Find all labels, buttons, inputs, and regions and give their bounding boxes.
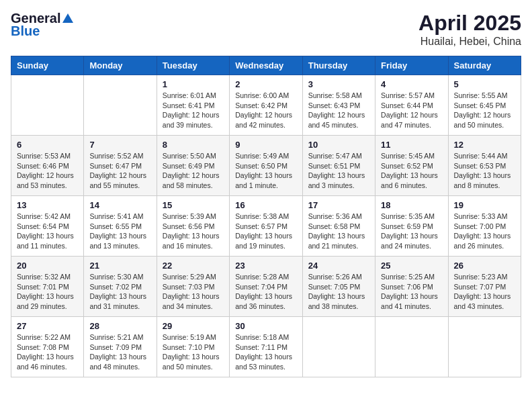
calendar-cell: 21Sunrise: 5:30 AMSunset: 7:02 PMDayligh… xyxy=(84,257,157,317)
day-number: 13 xyxy=(17,200,78,210)
day-info: Sunrise: 5:33 AMSunset: 7:00 PMDaylight:… xyxy=(454,212,515,251)
day-number: 28 xyxy=(89,321,150,331)
calendar-cell: 7Sunrise: 5:52 AMSunset: 6:47 PMDaylight… xyxy=(84,136,157,196)
weekday-header-wednesday: Wednesday xyxy=(230,56,302,75)
calendar-cell: 28Sunrise: 5:21 AMSunset: 7:09 PMDayligh… xyxy=(84,317,157,377)
day-number: 4 xyxy=(381,79,442,89)
day-info: Sunrise: 6:00 AMSunset: 6:42 PMDaylight:… xyxy=(235,91,296,130)
day-info: Sunrise: 5:22 AMSunset: 7:08 PMDaylight:… xyxy=(17,332,78,372)
day-number: 17 xyxy=(308,200,369,210)
day-number: 2 xyxy=(235,79,296,89)
calendar-cell: 25Sunrise: 5:25 AMSunset: 7:06 PMDayligh… xyxy=(375,257,448,317)
calendar-cell: 15Sunrise: 5:39 AMSunset: 6:56 PMDayligh… xyxy=(157,196,229,257)
calendar-cell: 6Sunrise: 5:53 AMSunset: 6:46 PMDaylight… xyxy=(11,136,84,196)
calendar-cell: 1Sunrise: 6:01 AMSunset: 6:41 PMDaylight… xyxy=(157,75,229,136)
calendar-cell: 27Sunrise: 5:22 AMSunset: 7:08 PMDayligh… xyxy=(11,317,84,377)
calendar-cell: 10Sunrise: 5:47 AMSunset: 6:51 PMDayligh… xyxy=(302,136,375,196)
day-number: 6 xyxy=(17,140,78,150)
calendar-cell xyxy=(448,317,521,377)
calendar-week-row: 1Sunrise: 6:01 AMSunset: 6:41 PMDaylight… xyxy=(11,75,521,136)
day-number: 7 xyxy=(89,140,150,150)
day-number: 19 xyxy=(454,200,515,210)
calendar-cell: 24Sunrise: 5:26 AMSunset: 7:05 PMDayligh… xyxy=(302,257,375,317)
day-info: Sunrise: 5:47 AMSunset: 6:51 PMDaylight:… xyxy=(308,151,369,191)
day-info: Sunrise: 5:18 AMSunset: 7:11 PMDaylight:… xyxy=(235,332,296,372)
day-info: Sunrise: 5:30 AMSunset: 7:02 PMDaylight:… xyxy=(89,272,150,312)
logo-icon xyxy=(61,12,75,26)
calendar-cell: 9Sunrise: 5:49 AMSunset: 6:50 PMDaylight… xyxy=(230,136,302,196)
day-number: 30 xyxy=(235,321,296,331)
day-number: 27 xyxy=(17,321,78,331)
day-number: 24 xyxy=(308,261,369,271)
calendar-cell: 22Sunrise: 5:29 AMSunset: 7:03 PMDayligh… xyxy=(157,257,229,317)
weekday-header-thursday: Thursday xyxy=(302,56,375,75)
page-header: General Blue April 2025 Huailai, Hebei, … xyxy=(11,11,521,48)
day-info: Sunrise: 5:25 AMSunset: 7:06 PMDaylight:… xyxy=(381,272,442,312)
day-number: 23 xyxy=(235,261,296,271)
day-number: 18 xyxy=(381,200,442,210)
calendar-cell xyxy=(11,75,84,136)
day-number: 25 xyxy=(381,261,442,271)
day-number: 29 xyxy=(163,321,224,331)
calendar-cell xyxy=(302,317,375,377)
day-number: 8 xyxy=(163,140,224,150)
day-info: Sunrise: 5:29 AMSunset: 7:03 PMDaylight:… xyxy=(163,272,224,312)
month-title: April 2025 xyxy=(418,11,521,36)
day-number: 26 xyxy=(454,261,515,271)
calendar-cell: 18Sunrise: 5:35 AMSunset: 6:59 PMDayligh… xyxy=(375,196,448,257)
day-info: Sunrise: 5:41 AMSunset: 6:55 PMDaylight:… xyxy=(89,212,150,251)
calendar-cell: 2Sunrise: 6:00 AMSunset: 6:42 PMDaylight… xyxy=(230,75,302,136)
calendar-cell: 14Sunrise: 5:41 AMSunset: 6:55 PMDayligh… xyxy=(84,196,157,257)
calendar-cell: 12Sunrise: 5:44 AMSunset: 6:53 PMDayligh… xyxy=(448,136,521,196)
day-info: Sunrise: 5:32 AMSunset: 7:01 PMDaylight:… xyxy=(17,272,78,312)
day-info: Sunrise: 5:36 AMSunset: 6:58 PMDaylight:… xyxy=(308,212,369,251)
calendar-cell: 20Sunrise: 5:32 AMSunset: 7:01 PMDayligh… xyxy=(11,257,84,317)
calendar-cell: 4Sunrise: 5:57 AMSunset: 6:44 PMDaylight… xyxy=(375,75,448,136)
calendar-cell: 29Sunrise: 5:19 AMSunset: 7:10 PMDayligh… xyxy=(157,317,229,377)
day-info: Sunrise: 5:58 AMSunset: 6:43 PMDaylight:… xyxy=(308,91,369,130)
title-area: April 2025 Huailai, Hebei, China xyxy=(418,11,521,48)
day-number: 1 xyxy=(163,79,224,89)
day-info: Sunrise: 6:01 AMSunset: 6:41 PMDaylight:… xyxy=(163,91,224,130)
day-info: Sunrise: 5:57 AMSunset: 6:44 PMDaylight:… xyxy=(381,91,442,130)
calendar-cell xyxy=(84,75,157,136)
day-number: 12 xyxy=(454,140,515,150)
day-info: Sunrise: 5:53 AMSunset: 6:46 PMDaylight:… xyxy=(17,151,78,191)
day-number: 22 xyxy=(163,261,224,271)
day-number: 20 xyxy=(17,261,78,271)
calendar-week-row: 13Sunrise: 5:42 AMSunset: 6:54 PMDayligh… xyxy=(11,196,521,257)
calendar-cell: 11Sunrise: 5:45 AMSunset: 6:52 PMDayligh… xyxy=(375,136,448,196)
day-info: Sunrise: 5:45 AMSunset: 6:52 PMDaylight:… xyxy=(381,151,442,191)
calendar-week-row: 6Sunrise: 5:53 AMSunset: 6:46 PMDaylight… xyxy=(11,136,521,196)
day-info: Sunrise: 5:50 AMSunset: 6:49 PMDaylight:… xyxy=(163,151,224,191)
day-number: 9 xyxy=(235,140,296,150)
calendar-cell xyxy=(375,317,448,377)
calendar-cell: 19Sunrise: 5:33 AMSunset: 7:00 PMDayligh… xyxy=(448,196,521,257)
calendar-cell: 30Sunrise: 5:18 AMSunset: 7:11 PMDayligh… xyxy=(230,317,302,377)
day-number: 21 xyxy=(89,261,150,271)
day-number: 14 xyxy=(89,200,150,210)
calendar-cell: 23Sunrise: 5:28 AMSunset: 7:04 PMDayligh… xyxy=(230,257,302,317)
day-info: Sunrise: 5:26 AMSunset: 7:05 PMDaylight:… xyxy=(308,272,369,312)
calendar-week-row: 27Sunrise: 5:22 AMSunset: 7:08 PMDayligh… xyxy=(11,317,521,377)
calendar-cell: 3Sunrise: 5:58 AMSunset: 6:43 PMDaylight… xyxy=(302,75,375,136)
weekday-header-friday: Friday xyxy=(375,56,448,75)
day-number: 16 xyxy=(235,200,296,210)
day-info: Sunrise: 5:38 AMSunset: 6:57 PMDaylight:… xyxy=(235,212,296,251)
day-info: Sunrise: 5:39 AMSunset: 6:56 PMDaylight:… xyxy=(163,212,224,251)
day-info: Sunrise: 5:49 AMSunset: 6:50 PMDaylight:… xyxy=(235,151,296,191)
day-number: 11 xyxy=(381,140,442,150)
weekday-header-row: SundayMondayTuesdayWednesdayThursdayFrid… xyxy=(11,56,521,75)
day-info: Sunrise: 5:21 AMSunset: 7:09 PMDaylight:… xyxy=(89,332,150,372)
logo-blue: Blue xyxy=(11,24,40,39)
day-info: Sunrise: 5:55 AMSunset: 6:45 PMDaylight:… xyxy=(454,91,515,130)
svg-marker-0 xyxy=(62,13,73,23)
weekday-header-saturday: Saturday xyxy=(448,56,521,75)
weekday-header-sunday: Sunday xyxy=(11,56,84,75)
calendar-cell: 17Sunrise: 5:36 AMSunset: 6:58 PMDayligh… xyxy=(302,196,375,257)
day-info: Sunrise: 5:35 AMSunset: 6:59 PMDaylight:… xyxy=(381,212,442,251)
location-title: Huailai, Hebei, China xyxy=(418,36,521,48)
calendar-cell: 26Sunrise: 5:23 AMSunset: 7:07 PMDayligh… xyxy=(448,257,521,317)
weekday-header-monday: Monday xyxy=(84,56,157,75)
day-info: Sunrise: 5:44 AMSunset: 6:53 PMDaylight:… xyxy=(454,151,515,191)
